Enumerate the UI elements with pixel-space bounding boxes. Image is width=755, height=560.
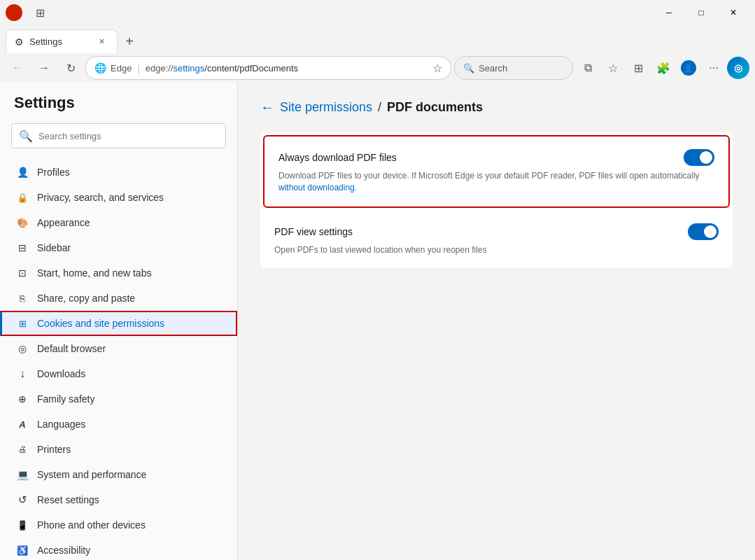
- appearance-icon: [16, 216, 29, 229]
- pdf-view-slider: [688, 223, 719, 240]
- sidebar-item-sidebar[interactable]: ⊟ Sidebar: [0, 235, 237, 260]
- tab-search-btn[interactable]: ⧉: [576, 56, 600, 80]
- title-bar: ⊞ ─ □ ✕: [0, 0, 755, 25]
- sidebar-item-share[interactable]: ⎘ Share, copy and paste: [0, 286, 237, 311]
- tab-icon: ⚙: [15, 36, 24, 48]
- profile-icon: [16, 166, 29, 178]
- sidebar-item-printers[interactable]: 🖨 Printers: [0, 437, 237, 462]
- browser-chrome: ⊞ ─ □ ✕ ⚙ Settings ✕ + ← → ↻ 🌐 Edge | ed…: [0, 0, 755, 83]
- pdf-view-setting-row: PDF view settings Open PDFs to last view…: [260, 211, 733, 269]
- search-settings-input[interactable]: [38, 131, 218, 141]
- sidebar-item-label: Share, copy and paste: [37, 293, 135, 304]
- address-divider: |: [137, 63, 139, 74]
- minimize-btn[interactable]: ─: [653, 1, 685, 24]
- sidebar-item-label: Privacy, search, and services: [37, 192, 164, 203]
- phone-icon: 📱: [16, 519, 29, 531]
- more-btn[interactable]: ···: [702, 56, 726, 80]
- sidebar-item-label: Profiles: [37, 167, 70, 178]
- sidebar-item-privacy[interactable]: Privacy, search, and services: [0, 185, 237, 210]
- sidebar-item-system[interactable]: 💻 System and performance: [0, 462, 237, 487]
- search-icon: 🔍: [463, 63, 474, 74]
- without-downloading-link[interactable]: without downloading.: [278, 183, 357, 192]
- address-bar[interactable]: 🌐 Edge | edge://settings/content/pdfDocu…: [85, 56, 451, 80]
- tab-close-btn[interactable]: ✕: [94, 35, 108, 49]
- privacy-icon: [16, 191, 29, 204]
- cookies-icon: ⊞: [16, 317, 29, 330]
- always-download-setting-row: Always download PDF files Download PDF f…: [263, 135, 730, 208]
- sidebar-title: Settings: [0, 94, 237, 123]
- sidebar-item-languages[interactable]: A Languages: [0, 412, 237, 437]
- sidebar-icon: ⊟: [16, 241, 29, 254]
- close-btn[interactable]: ✕: [717, 1, 749, 24]
- sidebar-item-appearance[interactable]: Appearance: [0, 210, 237, 235]
- nav-tools: ⧉ ☆ ⊞ 🧩 👤 ··· ◎: [576, 56, 749, 80]
- sidebar-item-label: System and performance: [37, 469, 146, 480]
- copilot-btn[interactable]: ◎: [727, 57, 749, 79]
- languages-icon: A: [16, 418, 29, 430]
- maximize-btn[interactable]: □: [685, 1, 717, 24]
- favorites-btn[interactable]: ☆: [601, 56, 625, 80]
- family-icon: ⊕: [16, 393, 29, 405]
- always-download-toggle[interactable]: [684, 149, 714, 166]
- forward-btn[interactable]: →: [32, 56, 56, 80]
- sidebar-item-phone[interactable]: 📱 Phone and other devices: [0, 512, 237, 538]
- sidebar-item-cookies[interactable]: ⊞ Cookies and site permissions: [0, 311, 237, 336]
- share-icon: ⎘: [16, 292, 29, 304]
- pdf-view-toggle[interactable]: [688, 223, 719, 240]
- sidebar-item-start[interactable]: ⊡ Start, home, and new tabs: [0, 260, 237, 286]
- nav-bar: ← → ↻ 🌐 Edge | edge://settings/content/p…: [0, 53, 755, 83]
- downloads-icon: ↓: [16, 368, 29, 380]
- sidebar-item-family[interactable]: ⊕ Family safety: [0, 386, 237, 412]
- new-tab-btn[interactable]: +: [118, 29, 141, 53]
- pdf-view-header: PDF view settings: [274, 223, 719, 240]
- back-to-site-permissions-btn[interactable]: ←: [260, 99, 274, 115]
- breadcrumb-parent-link[interactable]: Site permissions: [280, 100, 372, 115]
- search-bar[interactable]: 🔍 Search: [454, 56, 573, 80]
- main-content: ← Site permissions / PDF documents Alway…: [238, 83, 755, 560]
- sidebar-item-label: Family safety: [37, 393, 94, 405]
- profile-btn[interactable]: 👤: [677, 56, 700, 80]
- page-header: ← Site permissions / PDF documents: [260, 99, 733, 115]
- page-title: PDF documents: [387, 100, 483, 115]
- printers-icon: 🖨: [16, 443, 29, 456]
- system-icon: 💻: [16, 468, 29, 481]
- search-settings-container[interactable]: 🔍: [11, 123, 226, 148]
- url-settings: settings: [174, 63, 205, 74]
- edge-icon: 🌐: [94, 62, 106, 74]
- sidebar-item-label: Appearance: [37, 217, 90, 228]
- sidebar-item-label: Cookies and site permissions: [37, 318, 164, 329]
- sidebar-item-label: Accessibility: [37, 545, 90, 556]
- extensions-btn[interactable]: 🧩: [651, 56, 675, 80]
- pdf-view-label: PDF view settings: [274, 226, 353, 237]
- sidebar-item-profiles[interactable]: Profiles: [0, 160, 237, 185]
- browser-content: Settings 🔍 Profiles Privacy, search, and…: [0, 83, 755, 560]
- user-avatar: [6, 4, 22, 21]
- sidebar-item-reset[interactable]: ↺ Reset settings: [0, 487, 237, 512]
- sidebar-item-label: Sidebar: [37, 242, 71, 253]
- collections-btn[interactable]: ⊞: [626, 56, 650, 80]
- settings-card: Always download PDF files Download PDF f…: [260, 132, 733, 268]
- sidebar-item-label: Reset settings: [37, 494, 99, 505]
- sidebar-item-label: Phone and other devices: [37, 519, 146, 531]
- url-path: /content/pdfDocuments: [204, 63, 298, 74]
- accessibility-icon: ♿: [16, 544, 29, 556]
- search-settings-icon: 🔍: [19, 130, 33, 143]
- sidebar-item-downloads[interactable]: ↓ Downloads: [0, 361, 237, 386]
- sidebar-item-default[interactable]: ◎ Default browser: [0, 336, 237, 361]
- address-label: Edge: [111, 63, 132, 74]
- refresh-btn[interactable]: ↻: [59, 56, 83, 80]
- favorite-star-icon[interactable]: ☆: [432, 62, 442, 75]
- always-download-description: Download PDF files to your device. If Mi…: [278, 170, 714, 194]
- sidebar-item-accessibility[interactable]: ♿ Accessibility: [0, 538, 237, 560]
- sidebar-item-label: Downloads: [37, 368, 85, 379]
- reset-icon: ↺: [16, 493, 29, 506]
- always-download-header: Always download PDF files: [278, 149, 714, 166]
- active-tab[interactable]: ⚙ Settings ✕: [6, 29, 118, 53]
- tab-bar: ⚙ Settings ✕ +: [0, 25, 755, 53]
- sidebar-toggle-btn[interactable]: ⊞: [28, 1, 52, 24]
- back-btn[interactable]: ←: [6, 56, 29, 80]
- profile-avatar: 👤: [681, 60, 696, 76]
- sidebar-item-label: Start, home, and new tabs: [37, 267, 151, 279]
- always-download-slider: [684, 149, 714, 166]
- window-controls: ─ □ ✕: [653, 1, 749, 24]
